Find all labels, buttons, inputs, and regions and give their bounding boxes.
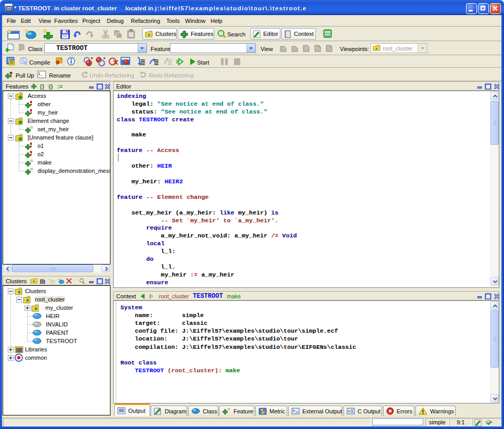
svg-text:c: c — [348, 409, 351, 413]
